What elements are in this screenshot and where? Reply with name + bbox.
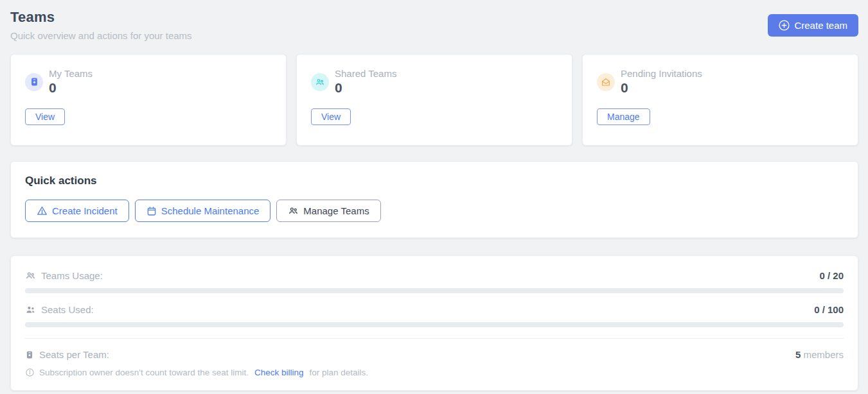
calendar-icon: [146, 206, 157, 216]
usage-card: Teams Usage: 0 / 20 Seats Used: 0 / 100 …: [10, 255, 858, 391]
create-incident-button[interactable]: Create Incident: [25, 200, 129, 222]
seats-used-progressbar: [25, 322, 844, 327]
badge-gray-icon: [25, 350, 34, 359]
divider: [25, 338, 844, 339]
page-title: Teams: [10, 9, 192, 26]
seats-used-value: 0 / 100: [814, 304, 844, 315]
check-billing-link[interactable]: Check billing: [254, 368, 304, 377]
stat-label: My Teams: [49, 68, 93, 79]
people-filled-icon: [25, 304, 36, 315]
manage-invitations-button[interactable]: Manage: [597, 108, 650, 125]
stat-value: 0: [49, 80, 93, 96]
group-outline-icon: [25, 270, 36, 281]
view-shared-teams-button[interactable]: View: [311, 108, 351, 125]
note-suffix: for plan details.: [310, 368, 369, 377]
manage-teams-button[interactable]: Manage Teams: [276, 200, 380, 222]
badge-icon: [25, 73, 43, 91]
seats-per-team-value: 5 members: [795, 349, 844, 360]
teams-usage-label: Teams Usage:: [41, 270, 103, 281]
info-icon: [25, 368, 35, 377]
stat-value: 0: [335, 80, 396, 96]
stat-cards-row: My Teams 0 View Shared Teams 0 View Pend…: [10, 54, 858, 146]
teams-usage-value: 0 / 20: [819, 270, 844, 281]
teams-usage-row: Teams Usage: 0 / 20: [25, 270, 844, 281]
seats-per-team-row: Seats per Team: 5 members: [25, 349, 844, 360]
people-icon: [288, 205, 299, 216]
my-teams-card: My Teams 0 View: [10, 54, 287, 146]
group-icon: [311, 73, 329, 91]
seats-used-label: Seats Used:: [41, 304, 94, 315]
circled-plus-icon: [779, 20, 790, 31]
pending-invitations-card: Pending Invitations 0 Manage: [582, 54, 858, 146]
open-envelope-icon: [597, 73, 615, 91]
quick-actions-title: Quick actions: [25, 175, 844, 187]
seats-per-team-label: Seats per Team:: [39, 349, 109, 360]
page-header: Teams Quick overview and actions for you…: [10, 9, 858, 41]
page-header-text: Teams Quick overview and actions for you…: [10, 9, 192, 41]
create-team-button[interactable]: Create team: [768, 14, 858, 37]
stat-value: 0: [621, 80, 702, 96]
view-my-teams-button[interactable]: View: [25, 108, 65, 125]
schedule-maintenance-button[interactable]: Schedule Maintenance: [135, 200, 271, 222]
note-text: Subscription owner doesn't count toward …: [39, 368, 249, 377]
teams-usage-progressbar: [25, 288, 844, 293]
shared-teams-card: Shared Teams 0 View: [296, 54, 572, 146]
quick-actions-card: Quick actions Create Incident Schedule M…: [10, 161, 858, 238]
warning-icon: [37, 205, 48, 216]
subscription-note: Subscription owner doesn't count toward …: [25, 368, 844, 377]
stat-label: Pending Invitations: [621, 68, 702, 79]
page-subtitle: Quick overview and actions for your team…: [10, 30, 192, 41]
seats-used-row: Seats Used: 0 / 100: [25, 304, 844, 315]
stat-label: Shared Teams: [335, 68, 396, 79]
